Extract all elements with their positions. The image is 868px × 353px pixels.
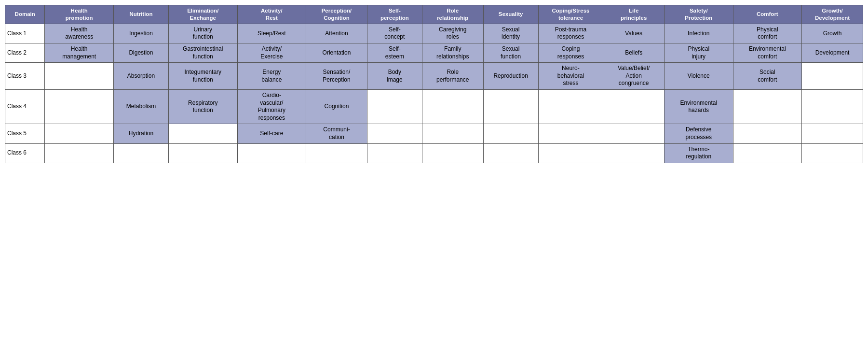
cell-r6-c9	[538, 143, 603, 163]
cell-r4-c4: Cardio-vascular/Pulmonaryresponses	[237, 90, 306, 124]
cell-r4-c9	[538, 90, 603, 124]
cell-r4-c13	[802, 90, 863, 124]
cell-r2-c2: Digestion	[113, 43, 168, 63]
cell-r1-c12: Physicalcomfort	[733, 24, 802, 43]
cell-r3-c6: Bodyimage	[367, 63, 422, 90]
cell-r4-c8	[483, 90, 538, 124]
cell-r4-c6	[367, 90, 422, 124]
cell-r5-c12	[733, 124, 802, 143]
cell-r6-c4	[237, 143, 306, 163]
col12-header: Comfort	[733, 5, 802, 24]
cell-r1-c9: Post-traumaresponses	[538, 24, 603, 43]
table-row: Class 5HydrationSelf-careCommuni-cationD…	[5, 124, 863, 143]
cell-r3-c13	[802, 63, 863, 90]
cell-r4-c11: Environmentalhazards	[665, 90, 733, 124]
cell-r3-c1	[45, 63, 114, 90]
row-label-class3: Class 3	[5, 63, 45, 90]
table-row: Class 1HealthawarenessIngestionUrinaryfu…	[5, 24, 863, 43]
cell-r2-c8: Sexualfunction	[483, 43, 538, 63]
cell-r3-c4: Energybalance	[237, 63, 306, 90]
cell-r5-c1	[45, 124, 114, 143]
cell-r6-c10	[603, 143, 665, 163]
row-label-class6: Class 6	[5, 143, 45, 163]
cell-r6-c6	[367, 143, 422, 163]
cell-r3-c8: Reproduction	[483, 63, 538, 90]
cell-r2-c1: Healthmanagement	[45, 43, 114, 63]
cell-r4-c2: Metabolism	[113, 90, 168, 124]
cell-r4-c12	[733, 90, 802, 124]
row-label-class4: Class 4	[5, 90, 45, 124]
domain-header: Domain	[5, 5, 45, 24]
cell-r6-c13	[802, 143, 863, 163]
cell-r2-c12: Environmentalcomfort	[733, 43, 802, 63]
col9-header: Coping/Stresstolerance	[538, 5, 603, 24]
cell-r3-c9: Neuro-behavioralstress	[538, 63, 603, 90]
cell-r2-c6: Self-esteem	[367, 43, 422, 63]
cell-r5-c13	[802, 124, 863, 143]
col7-header: Rolerelationship	[422, 5, 483, 24]
header-row: Domain Healthpromotion Nutrition Elimina…	[5, 5, 863, 24]
cell-r1-c2: Ingestion	[113, 24, 168, 43]
cell-r1-c7: Caregivingroles	[422, 24, 483, 43]
cell-r5-c8	[483, 124, 538, 143]
cell-r1-c4: Sleep/Rest	[237, 24, 306, 43]
cell-r1-c6: Self-concept	[367, 24, 422, 43]
cell-r3-c7: Roleperformance	[422, 63, 483, 90]
cell-r1-c8: Sexualidentity	[483, 24, 538, 43]
cell-r4-c3: Respiratoryfunction	[168, 90, 237, 124]
cell-r4-c7	[422, 90, 483, 124]
cell-r1-c13: Growth	[802, 24, 863, 43]
col10-header: Lifeprinciples	[603, 5, 665, 24]
col4-header: Activity/Rest	[237, 5, 306, 24]
table-row: Class 6Thermo-regulation	[5, 143, 863, 163]
cell-r1-c1: Healthawareness	[45, 24, 114, 43]
cell-r2-c13: Development	[802, 43, 863, 63]
cell-r3-c11: Violence	[665, 63, 733, 90]
cell-r4-c1	[45, 90, 114, 124]
cell-r2-c4: Activity/Exercise	[237, 43, 306, 63]
cell-r2-c11: Physicalinjury	[665, 43, 733, 63]
cell-r3-c3: Integumentaryfunction	[168, 63, 237, 90]
cell-r3-c2: Absorption	[113, 63, 168, 90]
cell-r1-c10: Values	[603, 24, 665, 43]
cell-r4-c10	[603, 90, 665, 124]
cell-r2-c5: Orientation	[306, 43, 367, 63]
cell-r6-c1	[45, 143, 114, 163]
cell-r2-c9: Copingresponses	[538, 43, 603, 63]
cell-r2-c10: Beliefs	[603, 43, 665, 63]
col6-header: Self-perception	[367, 5, 422, 24]
cell-r5-c2: Hydration	[113, 124, 168, 143]
col8-header: Sexuality	[483, 5, 538, 24]
cell-r1-c11: Infection	[665, 24, 733, 43]
cell-r5-c10	[603, 124, 665, 143]
col13-header: Growth/Development	[802, 5, 863, 24]
cell-r4-c5: Cognition	[306, 90, 367, 124]
table-row: Class 2HealthmanagementDigestionGastroin…	[5, 43, 863, 63]
row-label-class1: Class 1	[5, 24, 45, 43]
cell-r5-c4: Self-care	[237, 124, 306, 143]
cell-r5-c5: Communi-cation	[306, 124, 367, 143]
col3-header: Elimination/Exchange	[168, 5, 237, 24]
col2-header: Nutrition	[113, 5, 168, 24]
cell-r5-c9	[538, 124, 603, 143]
cell-r6-c2	[113, 143, 168, 163]
col11-header: Safety/Protection	[665, 5, 733, 24]
table-row: Class 4MetabolismRespiratoryfunctionCard…	[5, 90, 863, 124]
cell-r6-c7	[422, 143, 483, 163]
cell-r6-c8	[483, 143, 538, 163]
row-label-class2: Class 2	[5, 43, 45, 63]
cell-r1-c3: Urinaryfunction	[168, 24, 237, 43]
cell-r6-c12	[733, 143, 802, 163]
col5-header: Perception/Cognition	[306, 5, 367, 24]
cell-r2-c3: Gastrointestinalfunction	[168, 43, 237, 63]
cell-r5-c11: Defensiveprocesses	[665, 124, 733, 143]
cell-r5-c3	[168, 124, 237, 143]
cell-r1-c5: Attention	[306, 24, 367, 43]
cell-r6-c11: Thermo-regulation	[665, 143, 733, 163]
cell-r6-c3	[168, 143, 237, 163]
cell-r2-c7: Familyrelationships	[422, 43, 483, 63]
cell-r6-c5	[306, 143, 367, 163]
row-label-class5: Class 5	[5, 124, 45, 143]
cell-r3-c10: Value/Belief/Actioncongruence	[603, 63, 665, 90]
col1-header: Healthpromotion	[45, 5, 114, 24]
